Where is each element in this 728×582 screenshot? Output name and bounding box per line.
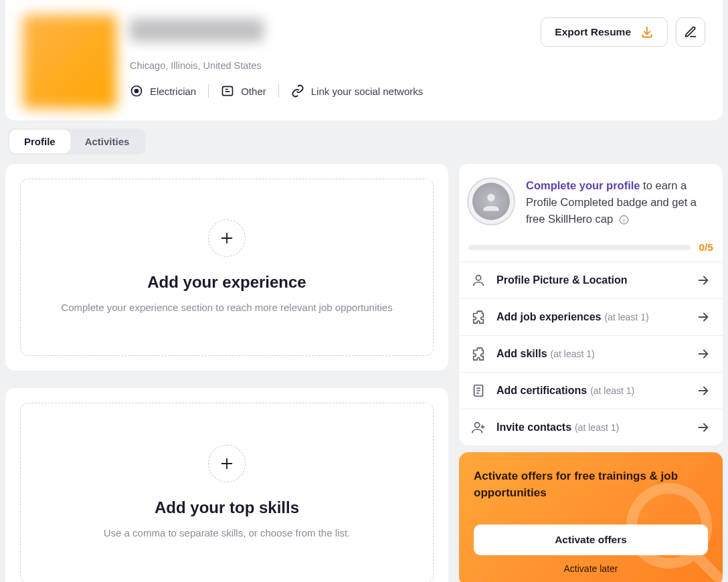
puzzle-icon	[471, 310, 486, 324]
location-text: Chicago, Illinois, United States	[130, 60, 527, 71]
arrow-right-icon	[696, 273, 711, 288]
add-person-icon	[471, 420, 486, 435]
plus-icon[interactable]	[208, 219, 246, 257]
activate-later-link[interactable]: Activate later	[474, 563, 708, 574]
progress-bar	[468, 245, 691, 250]
social-link-label: Link your social networks	[311, 86, 424, 97]
social-link[interactable]: Link your social networks	[291, 84, 424, 98]
divider	[208, 84, 209, 98]
person-icon	[471, 273, 486, 288]
export-resume-button[interactable]: Export Resume	[541, 17, 668, 47]
completion-text: Complete your profile to earn a Profile …	[526, 177, 711, 227]
add-skills-card[interactable]: Add your top skills Use a comma to separ…	[20, 403, 434, 582]
svg-point-5	[476, 276, 480, 280]
checklist-label: Profile Picture & Location	[496, 274, 685, 286]
worktype-label: Other	[241, 86, 266, 97]
user-name-blurred	[130, 19, 264, 41]
export-resume-label: Export Resume	[555, 26, 631, 38]
worktype-chip: Other	[221, 84, 266, 98]
checklist-item-job-experiences[interactable]: Add job experiences(at least 1)	[459, 298, 723, 335]
arrow-right-icon	[696, 383, 711, 398]
experience-panel: Add your experience Complete your experi…	[5, 164, 448, 371]
activate-offers-button[interactable]: Activate offers	[474, 524, 708, 555]
completion-card: Complete your profile to earn a Profile …	[459, 164, 723, 446]
link-icon	[291, 84, 304, 98]
checklist-label: Invite contacts(at least 1)	[496, 421, 685, 433]
divider	[278, 84, 279, 98]
add-experience-card[interactable]: Add your experience Complete your experi…	[20, 179, 434, 356]
profile-header: Chicago, Illinois, United States Electri…	[5, 0, 723, 120]
experience-subtitle: Complete your experience section to reac…	[41, 300, 413, 315]
arrow-right-icon	[696, 420, 711, 435]
svg-point-3	[487, 194, 494, 201]
checklist-item-invite-contacts[interactable]: Invite contacts(at least 1)	[459, 409, 723, 446]
checklist-item-skills[interactable]: Add skills(at least 1)	[459, 335, 723, 372]
svg-point-1	[135, 90, 139, 93]
checklist-item-certifications[interactable]: Add certifications(at least 1)	[459, 372, 723, 409]
profile-badge-icon	[467, 177, 515, 225]
experience-title: Add your experience	[41, 273, 413, 292]
skills-panel: Add your top skills Use a comma to separ…	[5, 388, 448, 582]
puzzle-icon	[471, 347, 486, 361]
activate-title: Activate offers for free trainings & job…	[474, 468, 708, 501]
edit-button[interactable]	[676, 17, 705, 47]
info-icon[interactable]	[619, 215, 629, 225]
occupation-label: Electrician	[150, 86, 196, 97]
plus-icon[interactable]	[208, 445, 246, 482]
progress-label: 0/5	[699, 241, 713, 254]
activate-offers-card: Activate offers for free trainings & job…	[459, 452, 723, 582]
pencil-icon	[684, 25, 697, 39]
list-icon	[221, 84, 234, 98]
arrow-right-icon	[696, 310, 711, 324]
skills-title: Add your top skills	[41, 498, 413, 517]
completion-strong: Complete your profile	[526, 179, 640, 191]
avatar	[23, 15, 116, 108]
occupation-chip: Electrician	[130, 84, 196, 98]
download-icon	[640, 25, 654, 39]
tab-activities[interactable]: Activities	[70, 130, 145, 153]
tab-profile[interactable]: Profile	[9, 130, 70, 153]
checklist-label: Add certifications(at least 1)	[496, 385, 685, 397]
document-icon	[471, 383, 486, 398]
target-icon	[130, 84, 143, 98]
checklist-item-profile-picture[interactable]: Profile Picture & Location	[459, 262, 723, 298]
checklist-label: Add job experiences(at least 1)	[496, 311, 685, 323]
tabs: Profile Activities	[8, 128, 145, 155]
arrow-right-icon	[696, 347, 711, 361]
checklist-label: Add skills(at least 1)	[496, 348, 685, 360]
skills-subtitle: Use a comma to separate skills, or choos…	[41, 525, 413, 541]
svg-point-7	[475, 423, 480, 427]
meta-row: Electrician Other Link your social netwo…	[130, 84, 527, 98]
